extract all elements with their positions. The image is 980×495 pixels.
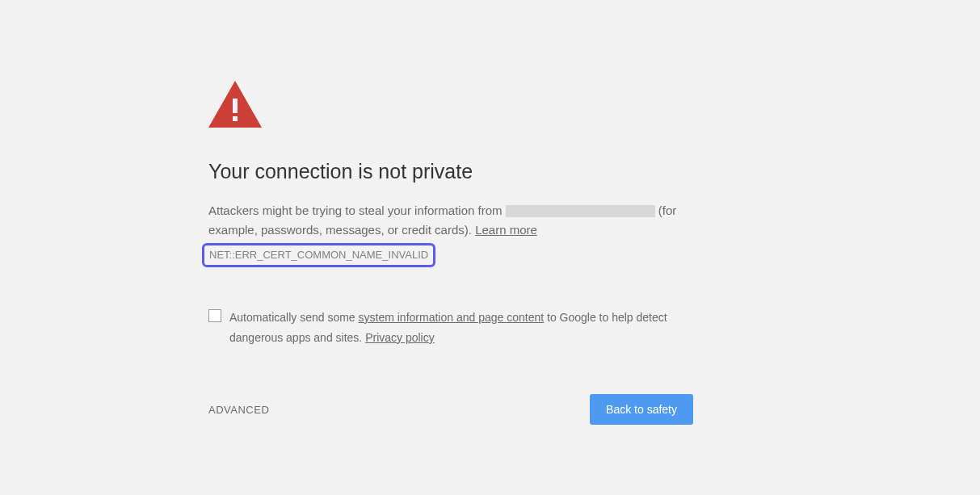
button-row: ADVANCED Back to safety [208, 394, 693, 425]
body-prefix: Attackers might be trying to steal your … [208, 203, 506, 217]
page-heading: Your connection is not private [208, 160, 693, 183]
advanced-button[interactable]: ADVANCED [208, 404, 269, 416]
back-to-safety-button[interactable]: Back to safety [590, 394, 693, 425]
redacted-hostname [506, 205, 655, 217]
svg-rect-2 [233, 116, 238, 121]
checkbox-text-1: Automatically send some [229, 311, 359, 324]
system-info-link[interactable]: system information and page content [359, 311, 545, 324]
error-code: NET::ERR_CERT_COMMON_NAME_INVALID [209, 249, 428, 261]
svg-rect-1 [233, 99, 238, 113]
ssl-error-page: Your connection is not private Attackers… [208, 0, 693, 425]
warning-body-text: Attackers might be trying to steal your … [208, 201, 693, 240]
warning-triangle-icon [208, 81, 693, 128]
learn-more-link[interactable]: Learn more [475, 223, 537, 237]
reporting-checkbox[interactable] [208, 309, 221, 322]
reporting-checkbox-row: Automatically send some system informati… [208, 308, 693, 347]
error-code-highlight: NET::ERR_CERT_COMMON_NAME_INVALID [202, 243, 435, 267]
checkbox-label: Automatically send some system informati… [229, 308, 693, 347]
privacy-policy-link[interactable]: Privacy policy [365, 331, 435, 344]
